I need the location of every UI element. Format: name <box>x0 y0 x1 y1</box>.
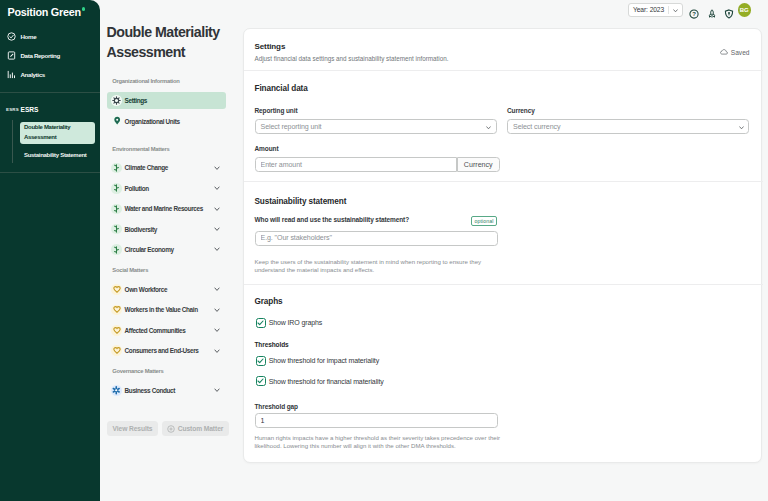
subnav-group: Environmental MattersClimate ChangePollu… <box>100 146 243 260</box>
threshold-gap-input[interactable] <box>255 413 499 428</box>
chevron-down-icon <box>214 328 220 333</box>
currency-select[interactable]: Select currency <box>507 119 749 134</box>
environment-icon <box>111 183 122 194</box>
location-pin-icon <box>111 116 122 127</box>
threshold-helper-text: Human rights impacts have a higher thres… <box>255 434 503 449</box>
subnav-group: Governance MattersBusiness Conduct <box>100 368 243 401</box>
chevron-down-icon <box>486 126 491 130</box>
financial-threshold-checkbox-row: Show threshold for financial materiality <box>256 376 384 386</box>
sidebar-divider <box>0 92 100 93</box>
subnav-item-affected-communities[interactable]: Affected Communities <box>107 320 226 340</box>
svg-text:?: ? <box>692 11 696 17</box>
environment-icon <box>111 224 122 235</box>
avatar[interactable]: BG <box>738 3 752 17</box>
sidebar-item-sustainability-statement[interactable]: Sustainability Statement <box>24 152 86 158</box>
shield-icon[interactable] <box>724 5 734 15</box>
optional-badge: optional <box>471 216 498 226</box>
environment-icon <box>111 204 122 215</box>
chevron-down-icon <box>214 287 220 292</box>
subnav-group-label: Organizational Information <box>112 78 243 85</box>
subnav-item-climate-change[interactable]: Climate Change <box>107 158 226 178</box>
subnav-item-label: Organizational Units <box>125 118 180 125</box>
chevron-down-icon <box>214 207 220 212</box>
subnav-item-label: Biodiversity <box>125 226 157 233</box>
heart-icon <box>111 284 122 295</box>
rocket-icon[interactable] <box>707 5 717 15</box>
governance-icon <box>111 385 122 396</box>
subnav-group-label: Environmental Matters <box>112 146 243 153</box>
financial-data-heading: Financial data <box>255 84 308 93</box>
primary-sidebar: Position Green Home Data Reporting Analy… <box>0 0 100 501</box>
subnav-item-workers-in-the-value-chain[interactable]: Workers in the Value Chain <box>107 300 226 320</box>
esrs-tree-line <box>12 120 13 163</box>
subnav-item-label: Workers in the Value Chain <box>125 306 198 313</box>
subnav-item-label: Consumers and End-Users <box>125 347 199 354</box>
subnav-item-label: Circular Economy <box>125 246 174 253</box>
subnav-item-settings[interactable]: Settings <box>107 90 226 110</box>
financial-threshold-checkbox[interactable] <box>256 376 266 386</box>
year-select[interactable]: Year: 2023 <box>628 3 683 17</box>
statement-audience-input[interactable] <box>255 231 499 246</box>
iro-graphs-checkbox[interactable] <box>256 318 266 328</box>
chevron-down-icon <box>214 247 220 252</box>
sidebar-item-data-reporting[interactable]: Data Reporting <box>0 46 100 65</box>
sidebar-divider <box>0 172 100 173</box>
plus-circle-icon <box>167 425 175 433</box>
year-select-divider <box>668 6 669 14</box>
chevron-down-icon <box>214 166 220 171</box>
subnav-item-label: Water and Marine Resources <box>125 205 203 212</box>
subnav-group: Social MattersOwn WorkforceWorkers in th… <box>100 267 243 361</box>
page-title: Double Materiality Assessment <box>107 23 237 63</box>
iro-graphs-checkbox-row: Show IRO graphs <box>256 318 323 328</box>
help-icon[interactable]: ? <box>689 5 699 15</box>
subnav-item-consumers-and-end-users[interactable]: Consumers and End-Users <box>107 341 226 361</box>
amount-input[interactable] <box>255 157 457 172</box>
subnav-item-label: Climate Change <box>125 164 168 171</box>
sidebar-item-double-materiality-assessment[interactable]: Double Materiality Assessment <box>20 122 95 144</box>
subnav-item-organizational-units[interactable]: Organizational Units <box>107 111 226 131</box>
custom-matter-button[interactable]: Custom Matter <box>162 421 229 436</box>
analytics-icon <box>7 70 16 79</box>
sidebar-item-home[interactable]: Home <box>0 27 100 46</box>
panel-title: Settings <box>255 42 286 51</box>
chevron-down-icon <box>673 9 678 13</box>
view-results-button[interactable]: View Results <box>107 421 158 436</box>
settings-panel: Settings Adjust financial data settings … <box>243 28 762 463</box>
statement-helper-text: Keep the users of the sustainability sta… <box>255 258 487 273</box>
subnav-group-label: Social Matters <box>112 267 243 274</box>
secondary-sidebar: Double Materiality Assessment Organizati… <box>100 0 243 501</box>
currency-label: Currency <box>507 107 535 114</box>
subnav-group: Organizational InformationSettingsOrgani… <box>100 78 243 131</box>
divider <box>244 70 763 71</box>
reporting-unit-select[interactable]: Select reporting unit <box>255 119 497 134</box>
thresholds-heading: Thresholds <box>255 341 289 348</box>
subnav-item-business-conduct[interactable]: Business Conduct <box>107 380 226 400</box>
subnav-item-biodiversity[interactable]: Biodiversity <box>107 219 226 239</box>
data-reporting-icon <box>7 51 16 60</box>
sidebar-item-label: Home <box>21 33 37 40</box>
chevron-down-icon <box>739 126 744 130</box>
heart-icon <box>111 325 122 336</box>
subnav-item-circular-economy[interactable]: Circular Economy <box>107 239 226 259</box>
sidebar-item-esrs[interactable]: ESRS ESRS <box>0 107 100 117</box>
divider <box>244 284 763 285</box>
sustainability-statement-heading: Sustainability statement <box>255 197 347 206</box>
subnav-item-pollution[interactable]: Pollution <box>107 178 226 198</box>
heart-icon <box>111 305 122 316</box>
subnav-item-water-and-marine-resources[interactable]: Water and Marine Resources <box>107 199 226 219</box>
subnav-item-label: Pollution <box>125 185 149 192</box>
environment-icon <box>111 163 122 174</box>
subnav-item-label: Settings <box>125 97 147 104</box>
subnav-item-label: Own Workforce <box>125 286 168 293</box>
subnav-item-own-workforce[interactable]: Own Workforce <box>107 279 226 299</box>
impact-threshold-checkbox-row: Show threshold for impact materiality <box>256 356 380 366</box>
impact-threshold-checkbox[interactable] <box>256 356 266 366</box>
chevron-down-icon <box>214 186 220 191</box>
sidebar-item-label: Analytics <box>21 71 45 78</box>
subnav-group-label: Governance Matters <box>112 368 243 375</box>
sidebar-item-analytics[interactable]: Analytics <box>0 65 100 84</box>
brand-logo: Position Green <box>8 6 86 18</box>
statement-question-label: Who will read and use the sustainability… <box>255 216 410 223</box>
gear-icon <box>111 95 122 106</box>
home-icon <box>7 32 16 41</box>
